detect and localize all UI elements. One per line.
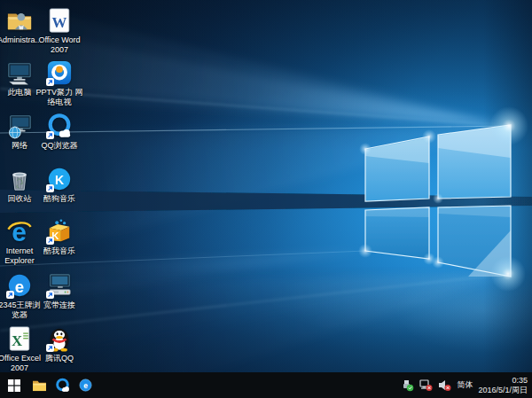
shortcut-arrow-icon — [46, 78, 54, 86]
pptv-icon — [46, 59, 73, 86]
desktop-icon-kuwo[interactable]: K 酷我音乐 — [28, 218, 90, 256]
volume-muted-icon[interactable] — [438, 378, 451, 392]
desktop-icon-tencent-qq[interactable]: 腾讯QQ — [28, 325, 90, 363]
clock-date: 2016/5/1/周日 — [478, 386, 528, 395]
svg-text:e: e — [15, 277, 24, 296]
file-explorer-icon — [32, 379, 47, 392]
2345-browser-icon: e — [78, 378, 93, 393]
taskbar-2345-browser[interactable]: e — [74, 372, 97, 398]
shortcut-arrow-icon — [46, 237, 54, 245]
start-button[interactable] — [0, 372, 27, 398]
svg-text:e: e — [83, 381, 88, 390]
icon-label: 宽带连接 — [28, 300, 90, 310]
desktop-icon-pptv[interactable]: PPTV聚力 网络电视 — [28, 59, 90, 106]
taskbar-qq-browser[interactable] — [51, 372, 74, 398]
icon-label: 酷我音乐 — [28, 246, 90, 256]
svg-text:X: X — [12, 332, 22, 349]
clock-time: 0:35 — [478, 376, 528, 386]
network-disconnected-icon[interactable] — [419, 378, 433, 392]
office-word-icon: W — [46, 7, 73, 34]
windows-logo-icon — [8, 379, 20, 392]
qq-browser-icon — [46, 113, 73, 139]
desktop-icon-office-word[interactable]: W Office Word2007 — [28, 7, 90, 54]
icon-label: PPTV聚力 网 — [28, 88, 90, 98]
qq-browser-icon — [55, 378, 70, 393]
taskbar-clock[interactable]: 0:35 2016/5/1/周日 — [478, 376, 528, 394]
taskbar-file-explorer[interactable] — [27, 372, 51, 398]
kuwo-music-icon: K — [46, 218, 73, 245]
broadband-connection-icon — [46, 272, 73, 299]
svg-text:K: K — [55, 173, 65, 187]
icon-label: 酷狗音乐 — [28, 194, 90, 204]
tencent-qq-icon — [46, 325, 73, 352]
icon-label: 腾讯QQ — [28, 354, 90, 363]
shortcut-arrow-icon — [46, 344, 54, 352]
shortcut-arrow-icon — [6, 291, 14, 299]
desktop-icon-kugou[interactable]: K 酷狗音乐 — [28, 166, 90, 204]
shortcut-arrow-icon — [46, 184, 54, 192]
shortcut-arrow-icon — [46, 291, 54, 299]
taskbar: e 简体 — [0, 372, 532, 398]
safely-remove-hardware-icon[interactable] — [401, 378, 414, 392]
kugou-music-icon: K — [46, 166, 73, 192]
desktop-icon-qq-browser[interactable]: QQ浏览器 — [28, 113, 90, 151]
shortcut-arrow-icon — [46, 131, 54, 139]
system-tray: 简体 0:35 2016/5/1/周日 — [401, 376, 532, 394]
input-method-indicator[interactable]: 简体 — [457, 379, 473, 391]
icon-label: Office Word — [28, 35, 90, 45]
desktop-icon-broadband[interactable]: 宽带连接 — [28, 272, 90, 310]
svg-text:W: W — [52, 14, 67, 31]
icon-label: QQ浏览器 — [28, 141, 90, 151]
